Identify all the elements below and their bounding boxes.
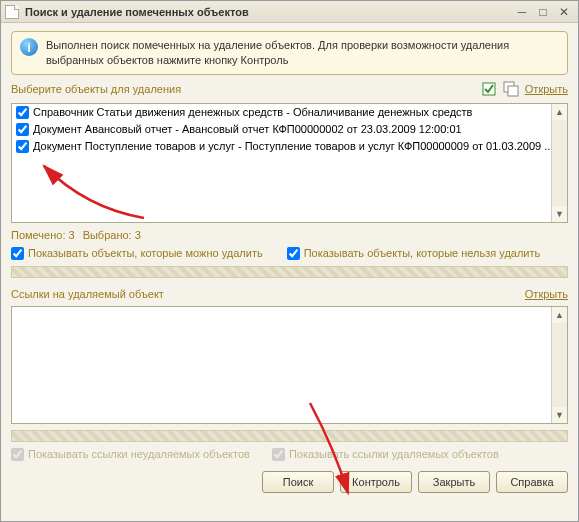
- maximize-button[interactable]: □: [533, 4, 553, 20]
- button-bar: Поиск Контроль Закрыть Справка: [11, 467, 568, 493]
- splitter-2[interactable]: [11, 430, 568, 442]
- info-panel: i Выполнен поиск помеченных на удаление …: [11, 31, 568, 75]
- list-item-checkbox[interactable]: [16, 123, 29, 136]
- filter-non-deletable-refs[interactable]: Показывать ссылки неудаляемых объектов: [11, 448, 250, 461]
- marked-count: Помечено: 3: [11, 229, 75, 241]
- help-button[interactable]: Справка: [496, 471, 568, 493]
- objects-label: Выберите объекты для удаления: [11, 83, 475, 95]
- list-item-text: Документ Поступление товаров и услуг - П…: [33, 140, 551, 152]
- filter-can-delete[interactable]: Показывать объекты, которые можно удалит…: [11, 247, 263, 260]
- scroll-up-icon[interactable]: ▲: [552, 104, 567, 120]
- footer-filters: Показывать ссылки неудаляемых объектов П…: [11, 448, 568, 461]
- window-icon: [5, 5, 19, 19]
- list-item-text: Документ Авансовый отчет - Авансовый отч…: [33, 123, 462, 135]
- svg-rect-2: [508, 86, 518, 96]
- filter-non-deletable-refs-checkbox[interactable]: [11, 448, 24, 461]
- filter-row-1: Показывать объекты, которые можно удалит…: [11, 247, 568, 260]
- filter-deletable-refs-checkbox[interactable]: [272, 448, 285, 461]
- refs-scrollbar[interactable]: ▲ ▼: [551, 307, 567, 423]
- close-window-button[interactable]: ✕: [554, 4, 574, 20]
- filter-non-deletable-refs-label: Показывать ссылки неудаляемых объектов: [28, 448, 250, 460]
- scroll-down-icon[interactable]: ▼: [552, 407, 567, 423]
- content-area: i Выполнен поиск помеченных на удаление …: [1, 23, 578, 521]
- refs-list: ▲ ▼: [11, 306, 568, 424]
- window-title: Поиск и удаление помеченных объектов: [25, 6, 511, 18]
- info-text: Выполнен поиск помеченных на удаление об…: [46, 38, 559, 68]
- scroll-up-icon[interactable]: ▲: [552, 307, 567, 323]
- minimize-button[interactable]: ─: [512, 4, 532, 20]
- objects-scrollbar[interactable]: ▲ ▼: [551, 104, 567, 222]
- filter-can-delete-checkbox[interactable]: [11, 247, 24, 260]
- filter-cannot-delete[interactable]: Показывать объекты, которые нельзя удали…: [287, 247, 541, 260]
- close-button[interactable]: Закрыть: [418, 471, 490, 493]
- uncheck-all-icon[interactable]: [503, 81, 519, 97]
- objects-list: Справочник Статьи движения денежных сред…: [11, 103, 568, 223]
- status-row: Помечено: 3 Выбрано: 3: [11, 229, 568, 241]
- app-window: Поиск и удаление помеченных объектов ─ □…: [0, 0, 579, 522]
- list-item-checkbox[interactable]: [16, 106, 29, 119]
- list-item[interactable]: Документ Авансовый отчет - Авансовый отч…: [12, 121, 551, 138]
- check-all-icon[interactable]: [481, 81, 497, 97]
- scroll-track[interactable]: [552, 323, 567, 407]
- scroll-down-icon[interactable]: ▼: [552, 206, 567, 222]
- info-icon: i: [20, 38, 38, 56]
- refs-header: Ссылки на удаляемый объект Открыть: [11, 288, 568, 300]
- list-item-checkbox[interactable]: [16, 140, 29, 153]
- open-ref-link[interactable]: Открыть: [525, 288, 568, 300]
- list-item-text: Справочник Статьи движения денежных сред…: [33, 106, 472, 118]
- objects-header: Выберите объекты для удаления Открыть: [11, 81, 568, 97]
- filter-cannot-delete-label: Показывать объекты, которые нельзя удали…: [304, 247, 541, 259]
- titlebar: Поиск и удаление помеченных объектов ─ □…: [1, 1, 578, 23]
- refs-label: Ссылки на удаляемый объект: [11, 288, 164, 300]
- annotation-arrow-2-icon: [300, 395, 380, 505]
- open-object-link[interactable]: Открыть: [525, 83, 568, 95]
- scroll-track[interactable]: [552, 120, 567, 206]
- splitter[interactable]: [11, 266, 568, 278]
- filter-can-delete-label: Показывать объекты, которые можно удалит…: [28, 247, 263, 259]
- selected-count: Выбрано: 3: [83, 229, 141, 241]
- list-item[interactable]: Справочник Статьи движения денежных сред…: [12, 104, 551, 121]
- filter-cannot-delete-checkbox[interactable]: [287, 247, 300, 260]
- list-item[interactable]: Документ Поступление товаров и услуг - П…: [12, 138, 551, 155]
